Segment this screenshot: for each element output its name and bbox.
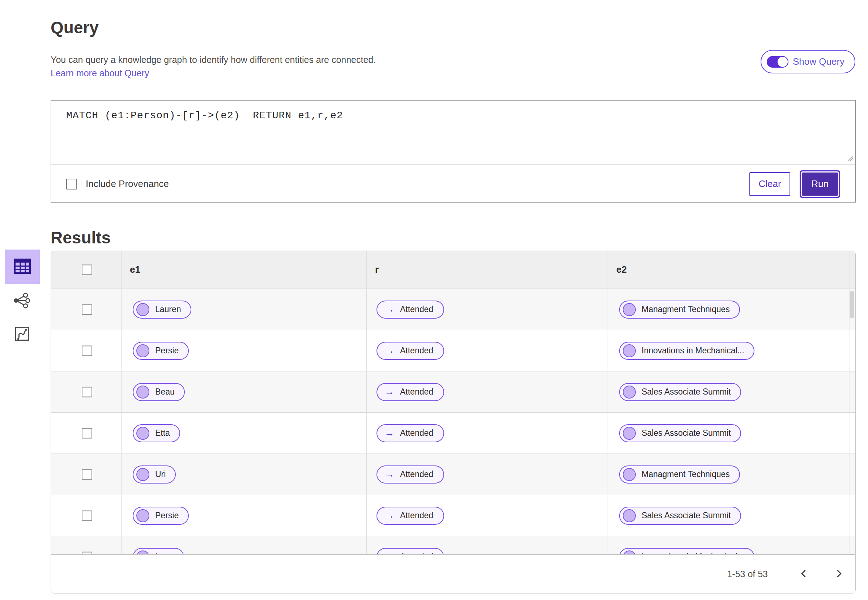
arrow-right-icon: → (385, 511, 394, 520)
arrow-right-icon: → (385, 470, 394, 479)
table-row[interactable]: Etta → Attended Sales Associate Summit (51, 412, 855, 453)
relation-pill[interactable]: → Attended (377, 300, 444, 319)
table-row[interactable]: Uri → Attended Managment Techniques (51, 453, 855, 495)
entity-pill-e2[interactable]: Innovations in Mechanical... (619, 548, 754, 555)
table-body: Lauren → Attended Managment Techniques P… (51, 289, 855, 555)
learn-more-link[interactable]: Learn more about Query (51, 68, 149, 79)
entity-pill-e2[interactable]: Sales Associate Summit (619, 383, 741, 401)
relation-pill[interactable]: → Attended (377, 424, 444, 442)
arrow-right-icon: → (385, 305, 394, 314)
toggle-knob (777, 57, 788, 67)
entity-pill-e1[interactable]: Persie (133, 507, 189, 525)
query-actions-bar: Include Provenance Clear Run (51, 165, 855, 203)
row-checkbox[interactable] (82, 304, 92, 315)
node-icon (136, 386, 149, 398)
pagination-bar: 1-53 of 53 (51, 555, 856, 594)
relation-pill[interactable]: → Attended (377, 342, 444, 360)
entity-pill-e2[interactable]: Sales Associate Summit (619, 507, 741, 525)
row-checkbox[interactable] (82, 510, 92, 521)
include-provenance-checkbox[interactable] (66, 179, 77, 189)
select-all-checkbox[interactable] (82, 265, 92, 275)
resize-handle-icon[interactable] (847, 155, 854, 163)
column-divider (121, 251, 121, 554)
column-header-e1: e1 (130, 264, 140, 275)
node-icon (136, 427, 149, 440)
entity-label: Etta (155, 428, 170, 438)
show-query-label: Show Query (793, 56, 844, 67)
table-row[interactable]: Lauren → Attended Managment Techniques (51, 289, 855, 330)
entity-pill-e2[interactable]: Innovations in Mechanical... (619, 342, 754, 360)
entity-pill-e2[interactable]: Managment Techniques (619, 300, 740, 319)
table-row[interactable]: Persie → Attended Innovations in Mechani… (51, 330, 855, 371)
entity-label: Sales Associate Summit (642, 511, 731, 520)
entity-label: Sales Associate Summit (642, 428, 731, 438)
node-icon (623, 303, 636, 316)
entity-pill-e2[interactable]: Managment Techniques (619, 465, 740, 483)
entity-label: Innovations in Mechanical... (642, 552, 744, 555)
table-row[interactable]: Persie → Attended Sales Associate Summit (51, 495, 855, 536)
relation-pill[interactable]: → Attended (377, 383, 444, 401)
pagination-range-label: 1-53 of 53 (727, 569, 768, 579)
vertical-scrollbar-thumb[interactable] (850, 291, 854, 318)
next-page-button[interactable] (831, 566, 847, 582)
entity-pill-e1[interactable]: Beau (133, 383, 185, 401)
query-description: You can query a knowledge graph to ident… (51, 55, 376, 65)
node-icon (623, 427, 636, 440)
relation-pill[interactable]: → Attended (377, 507, 444, 525)
entity-label: Beau (155, 387, 175, 397)
arrow-right-icon: → (385, 387, 394, 397)
chevron-left-icon (799, 568, 809, 580)
relation-pill[interactable]: → Attended (377, 548, 444, 555)
view-switcher-table-view[interactable] (5, 250, 40, 284)
entity-pill-e1[interactable]: Lauren (133, 300, 191, 319)
previous-page-button[interactable] (796, 566, 812, 582)
column-divider (607, 251, 608, 554)
node-icon (136, 550, 149, 555)
table-row[interactable]: Beau → Attended Sales Associate Summit (51, 371, 855, 412)
entity-pill-e1[interactable]: Larry (133, 548, 184, 555)
entity-pill-e1[interactable]: Uri (133, 465, 176, 483)
node-icon (623, 468, 636, 481)
node-icon (623, 550, 636, 555)
query-card: MATCH (e1:Person)-[r]->(e2) RETURN e1,r,… (51, 100, 856, 203)
table-view-icon (14, 259, 31, 275)
entity-pill-e1[interactable]: Persie (133, 342, 189, 360)
entity-label: Managment Techniques (642, 305, 730, 314)
view-switcher-chart-view[interactable] (14, 327, 30, 342)
entity-label: Innovations in Mechanical... (642, 346, 744, 356)
row-checkbox[interactable] (82, 428, 92, 438)
row-checkbox[interactable] (82, 469, 92, 480)
node-icon (623, 344, 636, 357)
node-icon (623, 509, 636, 522)
table-row[interactable]: Larry → Attended Innovations in Mechanic… (51, 536, 855, 555)
entity-label: Larry (155, 552, 174, 555)
relation-label: Attended (400, 387, 433, 397)
row-checkbox[interactable] (82, 345, 92, 356)
node-icon (136, 468, 149, 481)
entity-label: Persie (155, 346, 179, 356)
entity-label: Sales Associate Summit (642, 387, 731, 397)
entity-pill-e1[interactable]: Etta (133, 424, 180, 442)
chart-view-icon (14, 326, 30, 343)
clear-button[interactable]: Clear (749, 172, 790, 196)
arrow-right-icon: → (385, 346, 394, 356)
include-provenance-label: Include Provenance (86, 178, 169, 189)
results-title: Results (51, 228, 111, 247)
entity-label: Persie (155, 511, 179, 520)
view-switcher-graph-view[interactable] (13, 293, 30, 309)
entity-label: Uri (155, 470, 166, 479)
toggle-track[interactable] (767, 56, 788, 68)
run-button[interactable]: Run (802, 173, 838, 195)
node-icon (136, 509, 149, 522)
query-input[interactable]: MATCH (e1:Person)-[r]->(e2) RETURN e1,r,… (51, 100, 855, 165)
column-header-e2: e2 (616, 264, 627, 275)
row-checkbox[interactable] (82, 552, 92, 555)
show-query-toggle[interactable]: Show Query (760, 50, 855, 73)
chevron-right-icon (834, 568, 844, 580)
relation-pill[interactable]: → Attended (377, 465, 444, 483)
relation-label: Attended (400, 470, 433, 479)
node-icon (623, 386, 636, 398)
page-title: Query (51, 18, 99, 37)
entity-pill-e2[interactable]: Sales Associate Summit (619, 424, 741, 442)
row-checkbox[interactable] (82, 386, 92, 397)
